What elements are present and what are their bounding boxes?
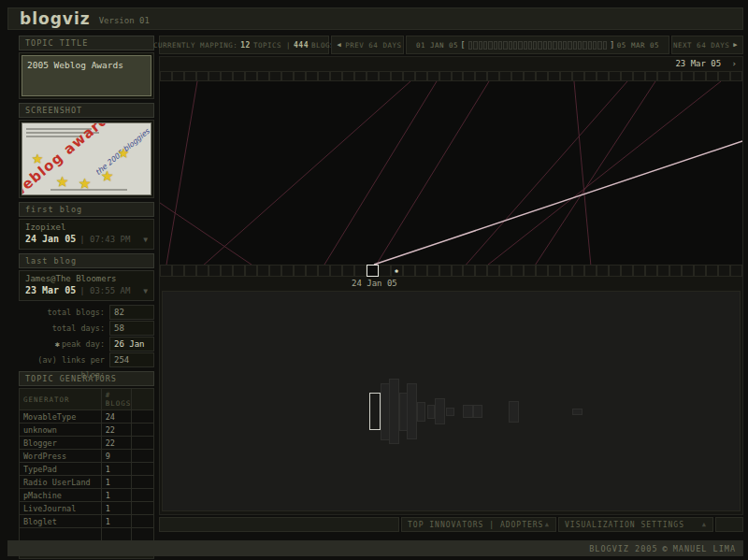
current-date-nav[interactable]: 23 Mar 05 › (160, 57, 742, 70)
last-blog-dropdown-icon[interactable]: ▼ (143, 287, 148, 295)
timeline-cell[interactable] (621, 265, 633, 277)
slider-cell[interactable] (533, 41, 537, 50)
timeline-cell[interactable] (209, 265, 221, 277)
slider-cell[interactable] (548, 41, 552, 50)
day-bar[interactable] (572, 409, 583, 415)
timeline-cell[interactable] (306, 265, 318, 277)
timeline-cell[interactable] (645, 265, 657, 277)
timeline-cell[interactable] (584, 265, 597, 277)
slider-cell[interactable] (583, 41, 586, 50)
timeline-cell[interactable] (706, 265, 718, 277)
timeline-cell[interactable] (427, 71, 439, 81)
timeline-cell[interactable] (633, 71, 645, 81)
timeline-cell[interactable] (548, 71, 560, 81)
date-range-slider[interactable] (468, 41, 607, 50)
slider-cell[interactable] (503, 41, 507, 50)
timeline-cell[interactable] (294, 71, 306, 81)
timeline-cell[interactable] (379, 71, 391, 81)
timeline-cell[interactable] (330, 71, 342, 81)
timeline-cell[interactable] (415, 265, 427, 277)
timeline-cell[interactable] (572, 71, 584, 81)
timeline-cell[interactable] (597, 71, 609, 81)
day-bar-selected[interactable] (369, 393, 381, 430)
timeline-cell[interactable] (184, 71, 196, 81)
day-bar[interactable] (509, 401, 519, 423)
timeline-cell[interactable] (233, 265, 245, 277)
timeline-cell[interactable] (427, 265, 439, 277)
slider-cell[interactable] (498, 41, 502, 50)
timeline-cell[interactable] (621, 71, 633, 81)
slider-cell[interactable] (468, 41, 472, 50)
timeline-cell[interactable] (269, 71, 281, 81)
timeline-cell[interactable] (524, 71, 536, 81)
timeline-cell[interactable] (281, 265, 294, 277)
timeline-cell[interactable] (463, 265, 475, 277)
timeline-cell[interactable] (184, 265, 196, 277)
slider-cell[interactable] (513, 41, 517, 50)
timeline-cell[interactable] (415, 71, 427, 81)
timeline-cell[interactable] (257, 71, 269, 81)
timeline-cell[interactable] (730, 71, 742, 81)
timeline-cell[interactable] (354, 265, 367, 277)
slider-cell[interactable] (473, 41, 477, 50)
timeline-cell[interactable] (657, 265, 669, 277)
timeline-cell[interactable] (245, 265, 257, 277)
timeline-cell[interactable] (209, 71, 221, 81)
timeline-cell[interactable] (609, 265, 621, 277)
timeline-cell[interactable] (391, 71, 403, 81)
timeline-cell[interactable] (487, 265, 499, 277)
timeline-cell[interactable] (342, 265, 354, 277)
timeline-cell[interactable] (475, 71, 487, 81)
timeline-cell[interactable] (609, 71, 621, 81)
slider-cell[interactable] (563, 41, 567, 50)
timeline-cell[interactable] (718, 265, 730, 277)
timeline-cell[interactable] (499, 71, 511, 81)
timeline-cell[interactable] (160, 265, 172, 277)
visualization-settings-panel-toggle[interactable]: VISUALIZATION SETTINGS ▲ (558, 517, 713, 532)
timeline-cell[interactable] (196, 71, 209, 81)
timeline-cell[interactable] (160, 71, 172, 81)
slider-cell[interactable] (578, 41, 582, 50)
timeline-cell[interactable] (463, 71, 475, 81)
timeline-cell[interactable] (560, 71, 572, 81)
timeline-cell[interactable] (172, 71, 184, 81)
day-bar[interactable] (463, 405, 473, 418)
slider-cell[interactable] (479, 41, 482, 50)
timeline-cell[interactable] (524, 265, 536, 277)
timeline-cell[interactable] (669, 71, 682, 81)
day-bar[interactable] (427, 405, 435, 419)
timeline-cell[interactable] (511, 265, 524, 277)
timeline-cell[interactable] (379, 265, 391, 277)
slider-cell[interactable] (524, 41, 527, 50)
timeline-cell[interactable] (633, 265, 645, 277)
timeline-cell[interactable] (221, 265, 233, 277)
timeline-cell[interactable] (330, 265, 342, 277)
timeline-cell[interactable] (403, 71, 415, 81)
timeline-cell[interactable] (452, 71, 464, 81)
timeline-cell[interactable] (306, 71, 318, 81)
timeline-cell[interactable] (694, 265, 706, 277)
timeline-cell[interactable] (645, 71, 657, 81)
slider-cell[interactable] (538, 41, 541, 50)
timeline-cell[interactable] (669, 265, 682, 277)
timeline-cell[interactable] (233, 71, 245, 81)
timeline-cell[interactable] (487, 71, 499, 81)
timeline-cell[interactable] (281, 71, 294, 81)
top-innovators-panel-toggle[interactable]: TOP INNOVATORS | ADOPTERS ▲ (401, 517, 556, 532)
slider-cell[interactable] (543, 41, 547, 50)
timeline-cell[interactable] (548, 265, 560, 277)
timeline-cell[interactable] (318, 71, 330, 81)
slider-cell[interactable] (528, 41, 532, 50)
timeline-cell[interactable] (245, 71, 257, 81)
slider-cell[interactable] (568, 41, 571, 50)
slider-cell[interactable] (603, 41, 607, 50)
timeline-cell[interactable] (657, 71, 669, 81)
slider-cell[interactable] (488, 41, 492, 50)
day-bar[interactable] (446, 408, 454, 416)
timeline-cell[interactable] (499, 265, 511, 277)
timeline-cell[interactable] (572, 265, 584, 277)
timeline-cell-selected[interactable] (367, 265, 379, 277)
slider-cell[interactable] (558, 41, 562, 50)
timeline-cell[interactable] (560, 265, 572, 277)
timeline-cell[interactable] (403, 265, 415, 277)
